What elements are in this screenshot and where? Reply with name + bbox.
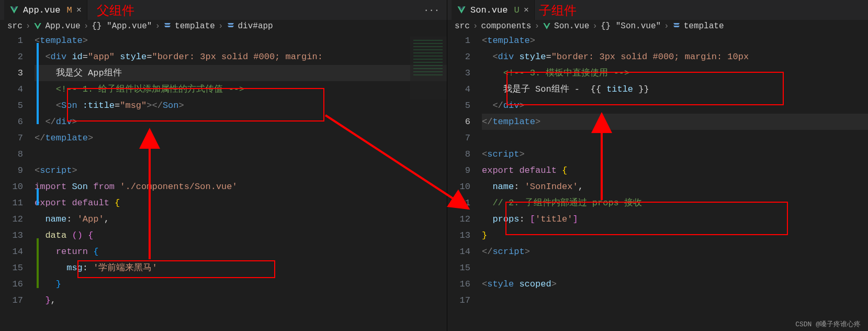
watermark: CSDN @嗓子疼谁心疼 bbox=[795, 319, 861, 329]
tab-son-vue[interactable]: Son.vue U × bbox=[452, 0, 535, 20]
code-line[interactable]: name: 'App', bbox=[35, 211, 447, 227]
tabs-right: Son.vue U × bbox=[447, 0, 868, 20]
vue-icon bbox=[9, 5, 19, 15]
code-line[interactable]: import Son from './components/Son.vue' bbox=[35, 179, 447, 195]
code-line[interactable]: export default { bbox=[482, 162, 868, 179]
code-line[interactable]: } bbox=[482, 227, 868, 244]
tab-label: App.vue bbox=[23, 5, 60, 15]
code-line[interactable]: 我是父 App组件 bbox=[35, 65, 447, 81]
code-line[interactable]: name: 'SonIndex', bbox=[482, 179, 868, 195]
annotation-parent: 父组件 bbox=[97, 2, 134, 19]
code-line[interactable]: data () { bbox=[35, 227, 447, 244]
code-line[interactable]: <template> bbox=[482, 32, 868, 49]
code-line[interactable]: </template> bbox=[35, 130, 447, 146]
code-line[interactable]: return { bbox=[35, 244, 447, 260]
code-line[interactable]: msg: '学前端来黑马' bbox=[35, 260, 447, 276]
code-line[interactable]: <template> bbox=[35, 32, 447, 49]
code-line[interactable] bbox=[35, 146, 447, 162]
code-line[interactable]: <!-- 3. 模板中直接使用 --> bbox=[482, 65, 868, 81]
git-status-untracked: U bbox=[514, 5, 519, 15]
code-line[interactable] bbox=[482, 292, 868, 308]
editor-pane-left: App.vue M × ··· 父组件 src› App.vue› {} "Ap… bbox=[0, 0, 447, 331]
breadcrumb-left[interactable]: src› App.vue› {} "App.vue"› template› di… bbox=[0, 20, 447, 32]
tab-more-icon[interactable]: ··· bbox=[416, 0, 447, 20]
annotation-child: 子组件 bbox=[539, 2, 577, 19]
code-line[interactable]: export default { bbox=[35, 195, 447, 211]
code-line[interactable] bbox=[482, 130, 868, 146]
code-line[interactable]: </template> bbox=[482, 114, 868, 130]
code-line[interactable]: </script> bbox=[482, 244, 868, 260]
code-line[interactable]: props: ['title'] bbox=[482, 211, 868, 227]
close-icon[interactable]: × bbox=[524, 5, 529, 15]
code-line[interactable]: <script> bbox=[482, 146, 868, 162]
close-icon[interactable]: × bbox=[76, 5, 82, 15]
code-line[interactable]: <div style="border: 3px solid #000; marg… bbox=[482, 49, 868, 65]
editor-pane-right: Son.vue U × 子组件 src› components› Son.vue… bbox=[447, 0, 868, 331]
tab-app-vue[interactable]: App.vue M × bbox=[4, 0, 87, 20]
vue-icon bbox=[457, 5, 466, 15]
code-line[interactable]: <style scoped> bbox=[482, 276, 868, 292]
code-editor-right[interactable]: 1234567891011121314151617 <template> <di… bbox=[447, 32, 868, 308]
code-line[interactable]: <script> bbox=[35, 162, 447, 179]
tab-label: Son.vue bbox=[470, 5, 508, 15]
code-line[interactable]: <!-- 1. 给子组件以添加属性的方式传值 --> bbox=[35, 81, 447, 97]
code-line[interactable]: }, bbox=[35, 292, 447, 308]
code-line[interactable]: </div> bbox=[482, 97, 868, 114]
minimap-left[interactable] bbox=[410, 37, 447, 100]
code-line[interactable] bbox=[482, 260, 868, 276]
breadcrumb-right[interactable]: src› components› Son.vue› {} "Son.vue"› … bbox=[447, 20, 868, 32]
code-line[interactable]: // 2. 子组件内部通过 props 接收 bbox=[482, 195, 868, 211]
code-line[interactable]: <div id="app" style="border: 3px solid #… bbox=[35, 49, 447, 65]
tabs-left: App.vue M × ··· bbox=[0, 0, 447, 20]
code-line[interactable]: 我是子 Son组件 - {{ title }} bbox=[482, 81, 868, 97]
code-line[interactable]: } bbox=[35, 276, 447, 292]
code-line[interactable]: </div> bbox=[35, 114, 447, 130]
git-status-modified: M bbox=[66, 5, 72, 15]
code-editor-left[interactable]: 1234567891011121314151617 <template> <di… bbox=[0, 32, 447, 308]
code-line[interactable]: <Son :title="msg"></Son> bbox=[35, 97, 447, 114]
